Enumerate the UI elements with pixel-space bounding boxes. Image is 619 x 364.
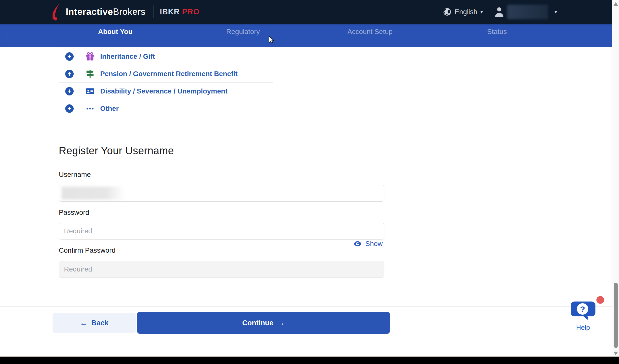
confirm-password-label: Confirm Password [59, 246, 116, 254]
help-bubble-icon: ? [570, 301, 596, 322]
footer-divider [0, 306, 612, 307]
help-button[interactable]: ? Help [567, 301, 599, 332]
scrollbar-up-arrow-icon[interactable] [614, 2, 618, 6]
step-account-setup[interactable]: Account Setup [347, 28, 393, 36]
income-item-disability[interactable]: Disability / Severance / Unemployment [100, 87, 228, 95]
bottom-bar [0, 357, 619, 364]
app-header: InteractiveBrokers IBKRPRO English ▾ [0, 0, 619, 24]
progress-bar: About You Regulatory Account Setup Statu… [0, 24, 612, 47]
step-regulatory[interactable]: Regulatory [226, 28, 260, 36]
continue-button[interactable]: Continue → [137, 312, 390, 334]
add-inheritance-button[interactable]: + [65, 52, 74, 61]
language-selector[interactable]: English ▾ [443, 7, 483, 16]
password-label: Password [59, 209, 89, 216]
add-pension-button[interactable]: + [65, 70, 74, 78]
continue-button-label: Continue [242, 319, 274, 327]
product-badge: IBKRPRO [160, 7, 200, 16]
language-label: English [455, 8, 477, 16]
show-password-toggle[interactable]: Show [353, 240, 384, 248]
page-title: Register Your Username [59, 145, 174, 157]
help-label: Help [567, 324, 599, 332]
list-item: + Inheritance / Gift [59, 48, 273, 65]
add-other-button[interactable]: + [65, 104, 74, 113]
show-password-label: Show [365, 240, 383, 248]
scrollbar-down-arrow-icon[interactable] [614, 352, 618, 355]
list-item: + Disability / Severance / Unemployment [59, 83, 273, 100]
signpost-icon [85, 69, 95, 79]
globe-icon [443, 7, 452, 16]
product-tier: PRO [182, 7, 199, 16]
user-icon [494, 6, 504, 17]
registration-page: InteractiveBrokers IBKRPRO English ▾ [0, 0, 619, 364]
gift-icon [85, 52, 95, 61]
confirm-password-input[interactable] [59, 261, 384, 278]
header-divider [153, 5, 154, 18]
brand-logo[interactable]: InteractiveBrokers [51, 3, 146, 21]
language-caret-icon: ▾ [480, 9, 483, 15]
username-label: Username [59, 171, 91, 179]
list-item: + Pension / Government Retirement Benefi… [59, 65, 273, 83]
add-disability-button[interactable]: + [65, 87, 74, 95]
brand-bold: Interactive [66, 7, 113, 17]
income-item-pension[interactable]: Pension / Government Retirement Benefit [100, 70, 238, 78]
income-source-list: + Inheritance / Gift + [59, 48, 273, 117]
eye-icon [353, 240, 362, 248]
svg-text:?: ? [580, 304, 585, 314]
header-right: English ▾ ▾ [443, 5, 557, 19]
username-input[interactable] [59, 185, 384, 202]
id-card-icon [85, 87, 95, 96]
user-caret-icon: ▾ [555, 9, 557, 15]
user-menu[interactable]: ▾ [494, 5, 557, 19]
scrollbar-thumb[interactable] [614, 283, 618, 348]
product-name: IBKR [160, 7, 180, 16]
username-redacted [507, 5, 548, 19]
list-item: + Other [59, 100, 273, 117]
step-dot-status[interactable] [494, 59, 500, 65]
back-button[interactable]: ← Back [53, 313, 136, 333]
arrow-left-icon: ← [80, 319, 87, 327]
password-input[interactable] [59, 223, 384, 240]
notification-badge [596, 296, 604, 304]
income-item-inheritance-gift[interactable]: Inheritance / Gift [100, 53, 155, 61]
step-about-you[interactable]: About You [98, 28, 133, 36]
brand-light: Brokers [113, 7, 146, 17]
vertical-scrollbar[interactable] [612, 0, 619, 357]
step-dot-account-setup[interactable] [367, 59, 373, 65]
income-item-other[interactable]: Other [100, 105, 119, 113]
step-status[interactable]: Status [487, 28, 507, 36]
ib-flame-icon [51, 3, 62, 21]
ellipsis-icon [85, 104, 95, 113]
brand-wordmark: InteractiveBrokers [66, 7, 146, 17]
arrow-right-icon: → [277, 319, 285, 327]
back-button-label: Back [91, 319, 108, 327]
